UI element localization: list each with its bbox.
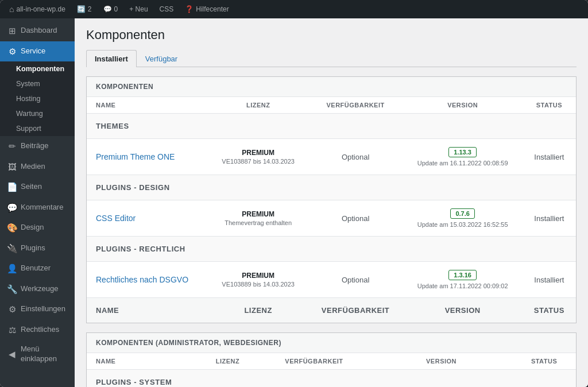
col-version-2: VERSION xyxy=(370,353,512,370)
version-badge: 0.7.6 xyxy=(450,208,474,219)
sidebar-submenu-system[interactable]: System xyxy=(0,76,75,91)
col-lizenz: LIZENZ xyxy=(208,97,308,114)
section-header-1: KOMPONENTEN xyxy=(87,77,576,97)
col-verfuegbarkeit: VERFÜGBARKEIT xyxy=(308,97,403,114)
sidebar-item-kommentare[interactable]: 💬 Kommentare xyxy=(0,198,75,218)
sidebar-item-beitraege[interactable]: ✏ Beiträge xyxy=(0,136,75,157)
sidebar-item-medien[interactable]: 🖼 Medien xyxy=(0,157,75,177)
service-icon: ⚙ xyxy=(7,46,17,57)
dashboard-icon: ⊞ xyxy=(7,25,17,37)
table-row: CSS Editor PREMIUM Themevertrag enthalte… xyxy=(87,200,576,237)
sidebar-submenu-support[interactable]: Support xyxy=(0,121,75,136)
benutzer-icon: 👤 xyxy=(7,263,17,274)
component-name-premium-theme[interactable]: Premium Theme ONE xyxy=(96,152,175,161)
seiten-icon: 📄 xyxy=(7,181,17,193)
availability: Optional xyxy=(308,200,403,237)
version-badge: 1.3.16 xyxy=(448,270,477,280)
sidebar-submenu-wartung[interactable]: Wartung xyxy=(0,106,75,121)
admin-bar-new[interactable]: + Neu xyxy=(125,3,152,16)
table-komponenten: NAME LIZENZ VERFÜGBARKEIT VERSION STATUS… xyxy=(87,97,576,323)
section-header-2: KOMPONENTEN (ADMINISTRATOR, WEBDESIGNER) xyxy=(87,333,576,353)
einstellungen-icon: ⚙ xyxy=(7,304,17,315)
sidebar-item-rechtliches[interactable]: ⚖ Rechtliches xyxy=(0,320,75,340)
col-verfuegbarkeit-2: VERFÜGBARKEIT xyxy=(258,353,370,370)
plugins-icon: 🔌 xyxy=(7,243,17,254)
col-name: NAME xyxy=(87,97,208,114)
subheader-themes: THEMES xyxy=(87,114,576,139)
component-name-dsgvo[interactable]: Rechtliches nach DSGVO xyxy=(96,275,188,284)
sidebar: ⊞ Dashboard ⚙ Service Komponenten System… xyxy=(0,18,75,387)
page-title: Komponenten xyxy=(86,28,577,42)
col-name-2: NAME xyxy=(87,353,198,370)
sidebar-item-plugins[interactable]: 🔌 Plugins xyxy=(0,238,75,259)
version-date: Update am 17.11.2022 00:09:02 xyxy=(412,282,513,289)
sidebar-submenu-service: Komponenten System Hosting Wartung Suppo… xyxy=(0,61,75,136)
col-version: VERSION xyxy=(403,97,523,114)
version-badge: 1.13.3 xyxy=(448,147,477,157)
version-date: Update am 16.11.2022 00:08:59 xyxy=(412,160,513,167)
admin-bar-help[interactable]: ❓ Hilfecenter xyxy=(180,3,233,16)
comment-icon: 💬 xyxy=(103,5,112,13)
sidebar-item-collapse[interactable]: ◀ Menü einklappen xyxy=(0,340,75,369)
sidebar-item-einstellungen[interactable]: ⚙ Einstellungen xyxy=(0,299,75,320)
sidebar-submenu-komponenten[interactable]: Komponenten xyxy=(0,61,75,76)
admin-bar-comments[interactable]: 💬 0 xyxy=(99,3,123,16)
sidebar-item-werkzeuge[interactable]: 🔧 Werkzeuge xyxy=(0,279,75,300)
subheader-plugins-design: PLUGINS - DESIGN xyxy=(87,175,576,200)
table-row: Rechtliches nach DSGVO PREMIUM VE103889 … xyxy=(87,262,576,298)
update-icon: 🔄 xyxy=(77,5,86,13)
medien-icon: 🖼 xyxy=(7,161,17,173)
sidebar-item-benutzer[interactable]: 👤 Benutzer xyxy=(0,258,75,279)
admin-bar-site[interactable]: ⌂ all-in-one-wp.de xyxy=(5,2,70,16)
design-icon: 🎨 xyxy=(7,222,17,234)
sidebar-item-dashboard[interactable]: ⊞ Dashboard xyxy=(0,21,75,41)
status: Installiert xyxy=(523,200,576,237)
werkzeuge-icon: 🔧 xyxy=(7,284,17,295)
rechtliches-icon: ⚖ xyxy=(7,324,17,336)
help-icon: ❓ xyxy=(185,5,194,13)
sidebar-submenu-hosting[interactable]: Hosting xyxy=(0,91,75,106)
status: Installiert xyxy=(523,262,576,298)
license-sub: Themevertrag enthalten xyxy=(218,219,299,226)
version-date: Update am 15.03.2022 16:52:55 xyxy=(412,221,513,228)
availability: Optional xyxy=(308,262,403,298)
col-status-2: STATUS xyxy=(512,353,576,370)
license-type: PREMIUM xyxy=(218,272,299,280)
license-type: PREMIUM xyxy=(218,210,299,218)
license-type: PREMIUM xyxy=(218,149,299,157)
table-footer-row-1: NAME LIZENZ VERFÜGBARKEIT VERSION STATUS xyxy=(87,298,576,323)
tab-verfuegbar[interactable]: Verfügbar xyxy=(137,50,186,67)
collapse-icon: ◀ xyxy=(7,349,17,360)
license-sub: VE103889 bis 14.03.2023 xyxy=(218,281,299,288)
kommentare-icon: 💬 xyxy=(7,202,17,214)
main-content: Komponenten Installiert Verfügbar KOMPON… xyxy=(75,18,588,387)
col-status: STATUS xyxy=(523,97,576,114)
admin-bar-css[interactable]: CSS xyxy=(155,3,179,16)
wp-icon: ⌂ xyxy=(9,5,14,14)
tab-installiert[interactable]: Installiert xyxy=(86,50,137,67)
admin-bar-updates[interactable]: 🔄 2 xyxy=(72,3,96,16)
table-header-row-2: NAME LIZENZ VERFÜGBARKEIT VERSION STATUS xyxy=(87,353,576,370)
admin-bar: ⌂ all-in-one-wp.de 🔄 2 💬 0 + Neu CSS ❓ H… xyxy=(0,0,588,18)
subheader-plugins-system: PLUGINS - SYSTEM xyxy=(87,370,576,388)
section-komponenten: KOMPONENTEN NAME LIZENZ VERFÜGBARKEIT VE… xyxy=(86,76,577,323)
table-admin-komponenten: NAME LIZENZ VERFÜGBARKEIT VERSION STATUS… xyxy=(87,353,576,387)
sidebar-item-service[interactable]: ⚙ Service xyxy=(0,41,75,62)
status: Installiert xyxy=(523,139,576,175)
section-admin: KOMPONENTEN (ADMINISTRATOR, WEBDESIGNER)… xyxy=(86,332,577,387)
col-lizenz-2: LIZENZ xyxy=(198,353,258,370)
table-header-row: NAME LIZENZ VERFÜGBARKEIT VERSION STATUS xyxy=(87,97,576,114)
tab-bar: Installiert Verfügbar xyxy=(86,49,577,67)
subheader-plugins-rechtlich: PLUGINS - RECHTLICH xyxy=(87,237,576,262)
availability: Optional xyxy=(308,139,403,175)
license-sub: VE103887 bis 14.03.2023 xyxy=(218,158,299,165)
beitraege-icon: ✏ xyxy=(7,141,17,152)
sidebar-item-seiten[interactable]: 📄 Seiten xyxy=(0,177,75,198)
component-name-css-editor[interactable]: CSS Editor xyxy=(96,214,136,223)
table-row: Premium Theme ONE PREMIUM VE103887 bis 1… xyxy=(87,139,576,175)
sidebar-item-design[interactable]: 🎨 Design xyxy=(0,218,75,238)
